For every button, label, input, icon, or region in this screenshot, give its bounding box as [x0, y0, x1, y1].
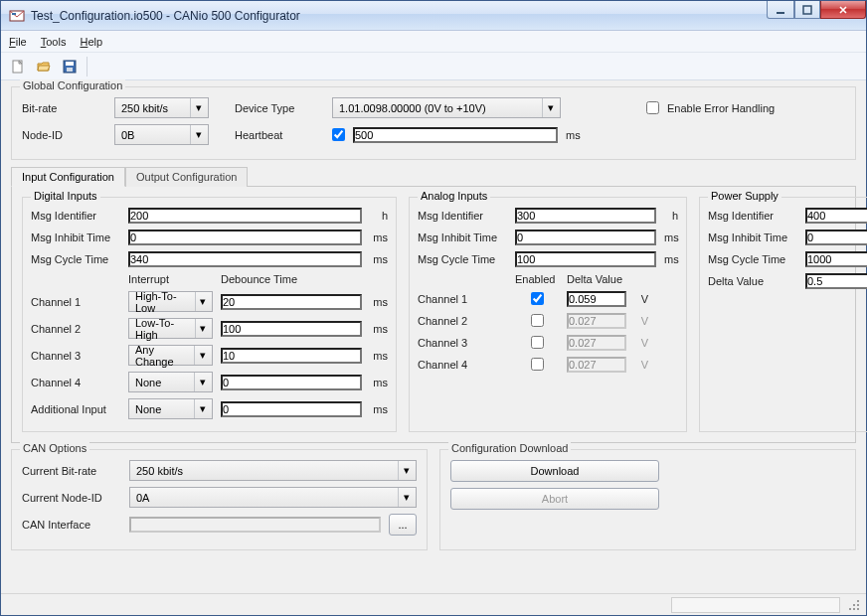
errhandling-checkbox[interactable] — [646, 101, 659, 114]
ai-ch4-label: Channel 4 — [418, 359, 507, 371]
svg-rect-7 — [67, 68, 73, 72]
ps-dv-field[interactable] — [805, 273, 867, 289]
ai-msgid-label: Msg Identifier — [418, 210, 507, 222]
statusbar — [1, 593, 866, 615]
ps-cycle-label: Msg Cycle Time — [708, 253, 797, 265]
unit-v: V — [634, 337, 648, 349]
power-supply-group: Power Supply Msg Identifierh Msg Inhibit… — [699, 197, 867, 432]
svg-rect-1 — [12, 13, 16, 15]
ai-ch3-label: Channel 3 — [418, 337, 507, 349]
ai-ch2-en[interactable] — [531, 314, 544, 327]
menu-tools[interactable]: Tools — [41, 36, 67, 48]
ai-inhibit-field[interactable] — [515, 230, 656, 245]
ps-cycle-field[interactable] — [805, 251, 867, 267]
toolbar-sep — [87, 57, 87, 77]
ai-ch2-label: Channel 2 — [418, 315, 507, 327]
di-ch3-int[interactable]: Any Change▾ — [128, 345, 213, 366]
di-msgid-field[interactable] — [128, 208, 362, 224]
ps-inhibit-label: Msg Inhibit Time — [708, 231, 797, 243]
download-button[interactable]: Download — [450, 460, 659, 482]
bitrate-combo[interactable]: 250 kbit/s▾ — [114, 97, 209, 118]
digital-legend: Digital Inputs — [31, 190, 100, 202]
ai-ch4-dv — [567, 357, 626, 373]
di-ch1-deb[interactable] — [221, 294, 362, 310]
svg-rect-3 — [803, 6, 811, 14]
ai-ch3-dv — [567, 335, 626, 351]
unit-ms: ms — [370, 231, 388, 243]
ps-inhibit-field[interactable] — [805, 230, 867, 245]
minimize-button[interactable] — [767, 1, 794, 19]
can-iface-field — [129, 517, 381, 533]
app-window: Test_Configuration.io500 - CANio 500 Con… — [0, 0, 867, 616]
unit-ms: ms — [370, 377, 388, 388]
di-cycle-label: Msg Cycle Time — [31, 253, 120, 265]
menu-file[interactable]: File — [9, 36, 27, 48]
close-button[interactable] — [820, 1, 866, 19]
global-legend: Global Configuration — [20, 79, 125, 91]
errhandling-label: Enable Error Handling — [667, 102, 775, 114]
tab-input-config[interactable]: Input Configuration — [11, 167, 125, 187]
di-ch2-label: Channel 2 — [31, 323, 120, 335]
can-options-group: CAN Options Current Bit-rate250 kbit/s▾ … — [11, 449, 428, 550]
menu-help[interactable]: Help — [80, 36, 102, 48]
di-msgid-label: Msg Identifier — [31, 210, 120, 222]
unit-ms: ms — [370, 296, 388, 308]
unit-ms: ms — [664, 253, 678, 265]
unit-v: V — [634, 293, 648, 305]
di-ch2-deb[interactable] — [221, 321, 362, 337]
di-inhibit-field[interactable] — [128, 230, 362, 245]
analog-legend: Analog Inputs — [418, 190, 490, 202]
di-ch4-deb[interactable] — [221, 375, 362, 390]
devtype-combo[interactable]: 1.01.0098.00000 (0V to +10V)▾ — [332, 97, 561, 118]
nodeid-combo[interactable]: 0B▾ — [114, 124, 209, 145]
ps-msgid-field[interactable] — [805, 208, 867, 224]
cur-bitrate-combo[interactable]: 250 kbit/s▾ — [129, 460, 417, 481]
titlebar: Test_Configuration.io500 - CANio 500 Con… — [1, 1, 866, 31]
config-download-group: Configuration Download Download Abort — [439, 449, 856, 550]
unit-v: V — [634, 359, 648, 371]
di-ch1-int[interactable]: High-To-Low▾ — [128, 291, 213, 312]
enabled-header: Enabled — [515, 273, 559, 285]
ai-ch1-en[interactable] — [531, 292, 544, 305]
ai-msgid-field[interactable] — [515, 208, 656, 224]
debounce-header: Debounce Time — [221, 273, 297, 285]
cur-nodeid-combo[interactable]: 0A▾ — [129, 487, 417, 508]
di-add-label: Additional Input — [31, 403, 120, 415]
devtype-label: Device Type — [235, 102, 324, 114]
chevron-down-icon: ▾ — [190, 98, 206, 117]
interrupt-header: Interrupt — [128, 273, 213, 285]
open-file-icon[interactable] — [33, 56, 55, 77]
app-icon — [9, 8, 25, 24]
power-legend: Power Supply — [708, 190, 781, 202]
ps-dv-label: Delta Value — [708, 275, 797, 287]
ps-msgid-label: Msg Identifier — [708, 210, 797, 222]
digital-inputs-group: Digital Inputs Msg Identifierh Msg Inhib… — [22, 197, 397, 432]
svg-rect-2 — [777, 12, 784, 14]
ai-ch3-en[interactable] — [531, 336, 544, 349]
toolbar — [1, 53, 866, 80]
di-inhibit-label: Msg Inhibit Time — [31, 231, 120, 243]
ai-ch4-en[interactable] — [531, 358, 544, 371]
ai-cycle-field[interactable] — [515, 251, 656, 267]
can-iface-label: CAN Interface — [22, 519, 121, 531]
unit-ms: ms — [664, 231, 678, 243]
heartbeat-field[interactable] — [353, 127, 558, 143]
ai-ch1-dv[interactable] — [567, 291, 626, 307]
heartbeat-checkbox[interactable] — [332, 128, 345, 141]
save-file-icon[interactable] — [59, 56, 81, 77]
browse-button[interactable]: ... — [389, 514, 417, 536]
unit-ms: ms — [370, 323, 388, 335]
di-ch2-int[interactable]: Low-To-High▾ — [128, 318, 213, 339]
di-ch1-label: Channel 1 — [31, 296, 120, 308]
di-ch4-int[interactable]: None▾ — [128, 372, 213, 392]
di-cycle-field[interactable] — [128, 251, 362, 267]
di-add-int[interactable]: None▾ — [128, 398, 213, 419]
di-ch3-deb[interactable] — [221, 348, 362, 364]
maximize-button[interactable] — [794, 1, 820, 19]
di-ch4-label: Channel 4 — [31, 377, 120, 388]
tab-output-config[interactable]: Output Configuration — [125, 167, 249, 187]
analog-inputs-group: Analog Inputs Msg Identifierh Msg Inhibi… — [409, 197, 687, 432]
resize-grip-icon[interactable] — [846, 597, 862, 613]
di-add-deb[interactable] — [221, 401, 362, 417]
new-file-icon[interactable] — [7, 56, 29, 77]
